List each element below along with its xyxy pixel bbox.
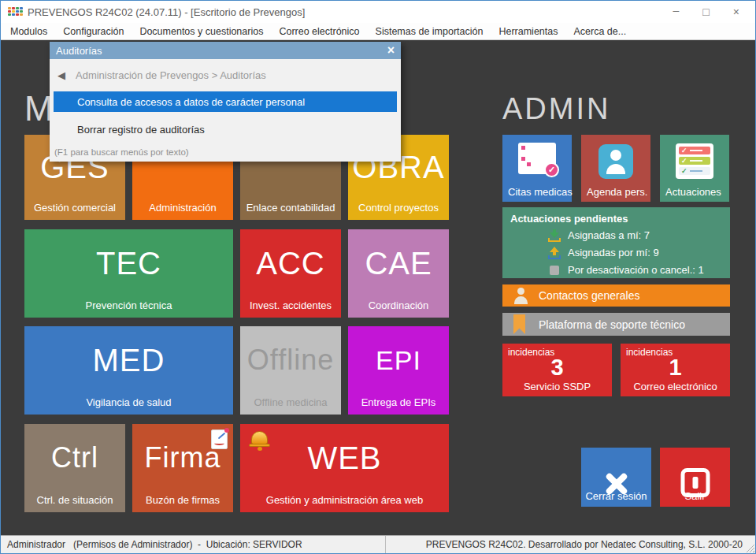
tile-ctrl-situacion[interactable]: Ctrl Ctrl. de situación: [24, 424, 125, 512]
tile-coordinacion[interactable]: CAE Coordinación: [348, 229, 449, 318]
tile-big-text: MED: [24, 342, 233, 377]
tile-big-text: EPI: [348, 344, 449, 375]
window-title: PREVENGOS R24C02 (24.07.11) - [Escritori…: [28, 6, 673, 18]
tile-big-text: Ctrl: [24, 441, 125, 474]
menu-configuracion[interactable]: Configuración: [55, 24, 132, 39]
tile-label: Control proyectos: [348, 202, 449, 214]
person-icon: [598, 144, 633, 179]
tile-label: Salir: [660, 490, 730, 502]
status-bar: Administrador (Permisos de Administrador…: [1, 535, 755, 553]
exit-button[interactable]: Salir: [660, 448, 730, 507]
tile-citas-medicas[interactable]: ✓ Citas medicas: [502, 135, 572, 202]
menu-bar: Modulos Configuración Documentos y cuest…: [1, 23, 755, 40]
tile-label: Agenda pers.: [587, 186, 647, 198]
incidents-label: Servicio SSDP: [502, 381, 612, 392]
dialog-hint: (F1 para buscar menús por texto): [54, 147, 401, 157]
dialog-breadcrumb-row: ◀ Administración de Prevengos > Auditorí…: [57, 69, 401, 81]
tile-label: Gestión comercial: [24, 202, 125, 214]
tile-big-text: TEC: [24, 245, 233, 281]
menu-documentos[interactable]: Documentos y cuestionarios: [132, 24, 271, 39]
bar-label: Contactos generales: [539, 289, 639, 302]
tile-label: Coordinación: [348, 299, 449, 311]
dialog-close-icon[interactable]: ×: [387, 44, 395, 57]
incidents-label: Correo electrónico: [621, 381, 730, 392]
pending-row-assigned-to-me[interactable]: Asignadas a mí: 7: [510, 229, 722, 242]
status-app-info: PREVENGOS R24C02. Desarrollado por Nedat…: [386, 539, 755, 550]
auditorias-dialog: Auditorías × ◀ Administración de Preveng…: [50, 42, 401, 162]
tile-label: Actuaciones: [665, 186, 721, 198]
back-arrow-icon[interactable]: ◀: [57, 70, 65, 80]
pending-row-assigned-by-me[interactable]: Asignadas por mí: 9: [510, 246, 722, 259]
contacts-bar[interactable]: Contactos generales: [502, 284, 730, 307]
status-user-info: Administrador (Permisos de Administrador…: [1, 536, 386, 553]
gray-square-icon: [550, 266, 559, 275]
tile-vigilancia-salud[interactable]: MED Vigilancia de salud: [24, 326, 233, 415]
contact-person-icon: [512, 287, 529, 304]
tile-label: Invest. accidentes: [240, 299, 341, 311]
menu-acerca-de[interactable]: Acerca de...: [565, 24, 634, 39]
breadcrumb: Administración de Prevengos > Auditorías: [76, 69, 266, 81]
tile-offline-medicina[interactable]: Offline Offline medicina: [240, 326, 341, 415]
app-window: PREVENGOS R24C02 (24.07.11) - [Escritori…: [0, 0, 756, 554]
menu-correo[interactable]: Correo electrónico: [271, 24, 367, 39]
calendar-icon: ✓: [518, 143, 556, 174]
support-platform-bar[interactable]: Plataforma de soporte técnico: [502, 313, 730, 336]
dialog-header: Auditorías ×: [50, 42, 401, 59]
tile-agenda-personal[interactable]: Agenda pers.: [581, 135, 650, 202]
admin-heading: ADMIN: [502, 92, 610, 126]
incidents-tile-ssdp[interactable]: incidencias 3 Servicio SSDP: [502, 344, 612, 396]
pending-row-label: Asignadas por mí: 9: [568, 247, 659, 258]
title-bar: PREVENGOS R24C02 (24.07.11) - [Escritori…: [1, 1, 755, 23]
tile-big-text: Firma: [132, 441, 233, 474]
logout-button[interactable]: Cerrar sesión: [581, 448, 651, 507]
tile-big-text: CAE: [348, 245, 449, 281]
dialog-item-consulta-accesos[interactable]: Consulta de accesos a datos de carácter …: [54, 91, 397, 112]
pending-actions-panel[interactable]: Actuaciones pendientes Asignadas a mí: 7…: [502, 207, 730, 278]
pending-row-label: Por desactivación o cancel.: 1: [568, 264, 704, 276]
tile-big-text: ACC: [240, 245, 341, 281]
upload-icon: [548, 247, 561, 259]
tile-label: Vigilancia de salud: [24, 396, 233, 408]
pending-row-deactivation[interactable]: Por desactivación o cancel.: 1: [510, 263, 722, 277]
tile-label: Citas medicas: [508, 186, 573, 198]
tile-invest-accidentes[interactable]: ACC Invest. accidentes: [240, 229, 341, 318]
close-icon[interactable]: ×: [733, 6, 739, 17]
dialog-title: Auditorías: [56, 45, 387, 57]
pending-panel-title: Actuaciones pendientes: [510, 213, 722, 225]
tile-big-text: WEB: [240, 440, 449, 475]
tile-prevencion-tecnica[interactable]: TEC Prevención técnica: [24, 229, 233, 318]
resize-grip[interactable]: [745, 543, 754, 552]
tile-buzon-firmas[interactable]: Firma Buzón de firmas: [132, 424, 233, 512]
app-logo-icon: [8, 7, 22, 17]
tile-label: Cerrar sesión: [581, 490, 651, 502]
menu-modulos[interactable]: Modulos: [2, 24, 55, 39]
tile-big-text: Offline: [240, 344, 341, 377]
bookmark-icon: [513, 314, 525, 334]
bar-label: Plataforma de soporte técnico: [539, 318, 685, 331]
tile-label: Offline medicina: [240, 396, 341, 408]
tile-label: Buzón de firmas: [132, 494, 233, 506]
tile-actuaciones[interactable]: ✓ ✓ ✓ Actuaciones: [660, 135, 729, 202]
pending-row-label: Asignadas a mí: 7: [568, 229, 650, 241]
maximize-icon[interactable]: □: [702, 6, 709, 17]
tile-label: Ctrl. de situación: [24, 494, 125, 506]
download-icon: [548, 229, 561, 242]
desktop: Módulos ADMIN GES Gestión comercial Admi…: [1, 40, 755, 535]
minimize-icon[interactable]: –: [673, 5, 680, 16]
tile-area-web[interactable]: WEB Gestión y administración área web: [240, 424, 449, 512]
tile-label: Gestión y administración área web: [240, 494, 449, 506]
checklist-icon: ✓ ✓ ✓: [676, 143, 713, 179]
incidents-count: 1: [621, 355, 730, 381]
tile-label: Entrega de EPIs: [348, 396, 449, 408]
dialog-item-borrar-registro[interactable]: Borrar registro de auditorías: [54, 121, 397, 137]
tile-label: Prevención técnica: [24, 299, 233, 311]
incidents-tile-email[interactable]: incidencias 1 Correo electrónico: [621, 344, 730, 396]
menu-herramientas[interactable]: Herramientas: [491, 24, 565, 39]
menu-importacion[interactable]: Sistemas de importación: [368, 24, 491, 39]
tile-label: Enlace contabilidad: [240, 202, 341, 214]
incidents-count: 3: [502, 355, 612, 381]
tile-entrega-epis[interactable]: EPI Entrega de EPIs: [348, 326, 449, 415]
tile-label: Administración: [132, 202, 233, 214]
